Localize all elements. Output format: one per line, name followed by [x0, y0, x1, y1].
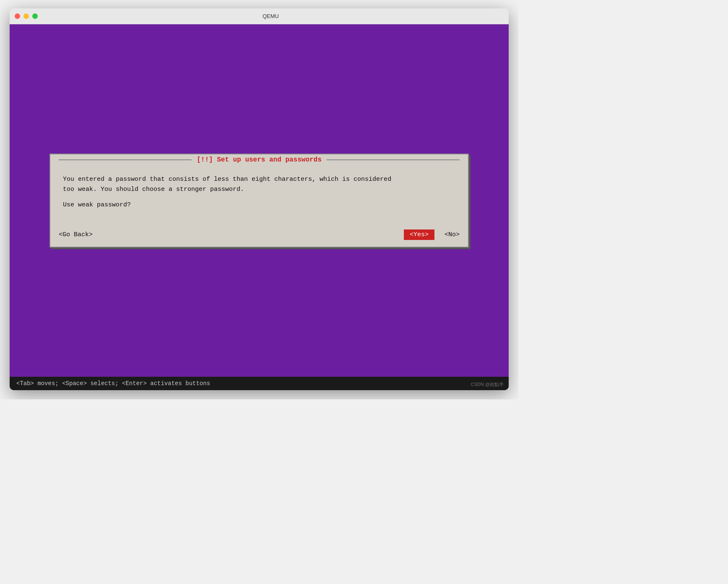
watermark: CSDN @拾點半 [471, 381, 504, 388]
button-group: <Yes> <No> [404, 229, 460, 240]
dialog-message: You entered a password that consists of … [63, 175, 455, 195]
dialog-box: [!!] Set up users and passwords You ente… [49, 154, 469, 248]
no-button[interactable]: <No> [445, 231, 460, 238]
maximize-button[interactable] [32, 13, 38, 19]
title-bar: QEMU [10, 8, 509, 24]
status-bar: <Tab> moves; <Space> selects; <Enter> ac… [10, 377, 509, 390]
window-title: QEMU [38, 13, 504, 19]
dialog-buttons: <Go Back> <Yes> <No> [50, 225, 468, 247]
dialog-title: [!!] Set up users and passwords [192, 156, 327, 164]
dialog-title-bar: [!!] Set up users and passwords [50, 154, 468, 166]
dialog-question: Use weak password? [63, 201, 455, 209]
close-button[interactable] [15, 13, 20, 19]
status-text: <Tab> moves; <Space> selects; <Enter> ac… [16, 380, 210, 387]
qemu-window: QEMU [!!] Set up users and passwords You… [10, 8, 509, 390]
go-back-button[interactable]: <Go Back> [59, 231, 93, 238]
title-line-right [327, 159, 460, 160]
dialog-body: You entered a password that consists of … [50, 166, 468, 225]
title-line-left [59, 159, 192, 160]
window-controls [15, 13, 38, 19]
terminal-area: [!!] Set up users and passwords You ente… [10, 24, 509, 390]
terminal-content: [!!] Set up users and passwords You ente… [10, 24, 509, 377]
yes-button[interactable]: <Yes> [404, 229, 434, 240]
minimize-button[interactable] [23, 13, 29, 19]
